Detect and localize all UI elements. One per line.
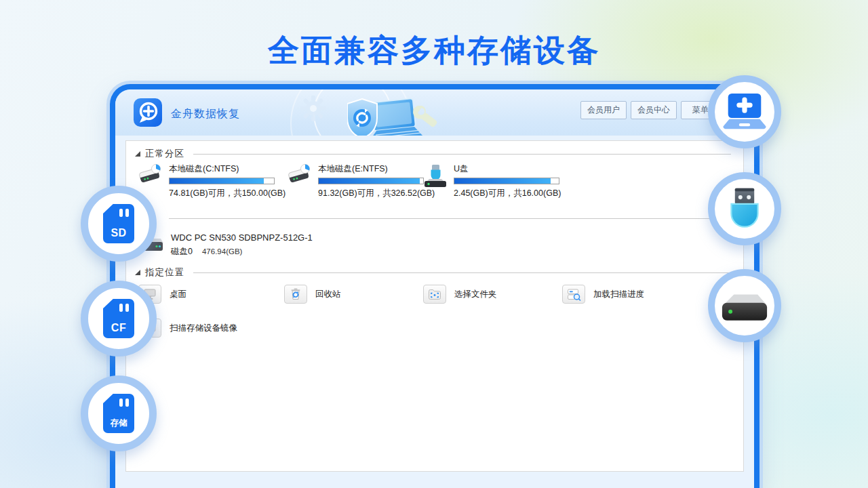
location-label: 扫描存储设备镜像 [170, 323, 237, 334]
badge-hard-drive [708, 269, 781, 342]
badge-label: CF [103, 322, 134, 334]
drive-usage-fill [170, 178, 264, 184]
drive-usage-fill [454, 178, 551, 184]
titlebar: 金舟数据恢复 会员用户 会员中心 菜单 — [115, 89, 754, 136]
section-locations-label: 指定位置 [145, 266, 184, 279]
drive-item-e[interactable]: 本地磁盘(E:NTFS) 91.32(GB)可用，共326.52(GB) [288, 163, 435, 199]
section-partitions-header[interactable]: 正常分区 [135, 148, 731, 160]
badge-memory-card: 存储 [81, 375, 157, 451]
page-title: 全面兼容多种存储设备 [0, 30, 868, 72]
drive-capacity-text: 91.32(GB)可用，共326.52(GB) [318, 188, 435, 199]
usb-drive-icon [423, 163, 448, 188]
badge-label: SD [103, 227, 134, 239]
physical-disk-label: 磁盘0 [171, 246, 193, 258]
drive-usage-bar [318, 178, 424, 184]
drive-name: 本地磁盘(E:NTFS) [318, 163, 435, 175]
location-label: 加载扫描进度 [593, 289, 644, 300]
location-item-select-folder[interactable]: 选择文件夹 [423, 285, 497, 304]
collapse-triangle-icon [135, 270, 140, 275]
section-divider [169, 218, 731, 219]
collapse-triangle-icon [135, 151, 140, 157]
recycle-bin-icon [284, 285, 307, 304]
app-logo-icon [133, 98, 163, 127]
drive-usage-fill [319, 178, 420, 184]
section-partitions-label: 正常分区 [145, 148, 184, 160]
shield-laptop-art [347, 98, 429, 136]
drive-capacity-text: 74.81(GB)可用，共150.00(GB) [169, 188, 285, 199]
member-user-button[interactable]: 会员用户 [580, 101, 627, 119]
badge-usb-stick [708, 172, 781, 245]
decorative-ring [313, 89, 392, 136]
badge-label: 存储 [103, 418, 134, 429]
drive-item-c[interactable]: 本地磁盘(C:NTFS) 74.81(GB)可用，共150.00(GB) [138, 163, 285, 199]
location-label: 桌面 [170, 289, 186, 300]
section-divider [193, 272, 731, 273]
location-label: 选择文件夹 [454, 289, 497, 300]
location-label: 回收站 [315, 289, 341, 300]
usb-stick-icon [723, 184, 766, 233]
laptop-plus-icon [720, 92, 769, 131]
app-title: 金舟数据恢复 [171, 107, 240, 121]
gear-icon [300, 95, 327, 122]
section-locations-header[interactable]: 指定位置 [135, 266, 731, 279]
load-scan-progress-icon [562, 285, 585, 304]
badge-laptop-recovery [708, 75, 781, 148]
badge-sd-card: SD [81, 186, 157, 262]
drive-item-usb[interactable]: U盘 2.45(GB)可用，共16.00(GB) [423, 163, 561, 199]
decorative-ring [290, 89, 412, 136]
hard-drive-icon [715, 287, 774, 324]
physical-disk-item[interactable]: WDC PC SN530 SDBPNPZ-512G-1 磁盘0 476.94(G… [138, 232, 313, 258]
memory-card-icon: 存储 [103, 394, 134, 433]
drive-usage-bar [169, 178, 275, 184]
drive-name: U盘 [454, 163, 561, 175]
cf-card-icon: CF [103, 299, 134, 338]
physical-disk-size: 476.94(GB) [202, 247, 242, 256]
drive-name: 本地磁盘(C:NTFS) [169, 163, 285, 175]
location-item-recycle-bin[interactable]: 回收站 [284, 285, 341, 304]
drive-usage-bar [454, 178, 559, 184]
local-disk-icon [138, 163, 163, 186]
wrench-icon [406, 106, 438, 136]
section-divider [193, 154, 731, 155]
member-center-button[interactable]: 会员中心 [631, 101, 677, 119]
badge-cf-card: CF [81, 281, 157, 357]
page-background: 全面兼容多种存储设备 [0, 0, 868, 488]
content-panel: 正常分区 本地磁盘(C:NTFS) [125, 140, 744, 472]
window-body: 正常分区 本地磁盘(C:NTFS) [115, 136, 754, 488]
app-window: 金舟数据恢复 会员用户 会员中心 菜单 — 正常分区 [110, 84, 760, 488]
drive-capacity-text: 2.45(GB)可用，共16.00(GB) [454, 188, 561, 199]
select-folder-icon [423, 285, 446, 304]
location-item-load-scan[interactable]: 加载扫描进度 [562, 285, 644, 304]
local-disk-icon [288, 163, 312, 186]
physical-disk-name: WDC PC SN530 SDBPNPZ-512G-1 [171, 232, 313, 243]
sd-card-icon: SD [103, 204, 134, 243]
